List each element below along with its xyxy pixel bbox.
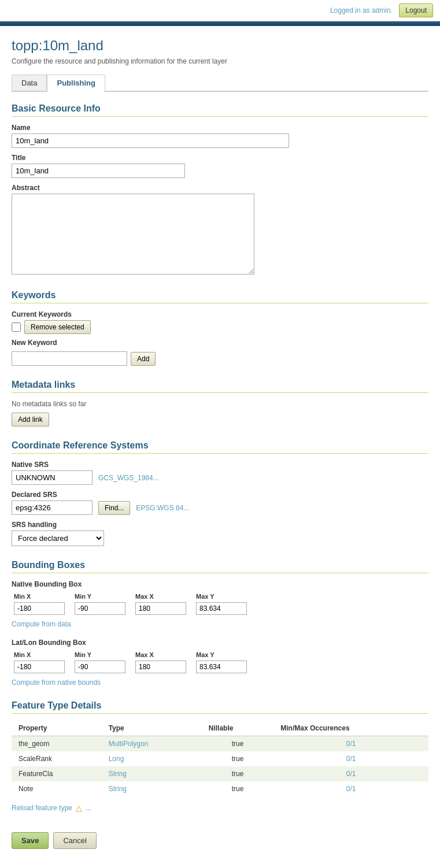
- latlon-max-y-input[interactable]: [196, 661, 247, 673]
- native-col-max-x: Max X: [133, 592, 194, 601]
- warning-icon: △: [76, 803, 82, 813]
- section-basic-resource-info: Basic Resource Info Name Title Abstract: [12, 103, 428, 276]
- declared-srs-input[interactable]: [12, 500, 93, 515]
- native-srs-label: Native SRS: [12, 461, 428, 469]
- reload-row: Reload feature type △ ...: [12, 803, 428, 813]
- type-cell: Long: [102, 751, 202, 766]
- title-label: Title: [12, 154, 428, 162]
- native-bbox-title: Native Bounding Box: [12, 580, 428, 588]
- find-srs-button[interactable]: Find...: [98, 501, 130, 515]
- native-max-y-input[interactable]: [196, 602, 247, 615]
- save-button[interactable]: Save: [12, 832, 49, 849]
- col-property: Property: [12, 721, 102, 736]
- title-input[interactable]: [12, 164, 185, 178]
- col-type: Type: [102, 721, 202, 736]
- declared-srs-label: Declared SRS: [12, 491, 428, 499]
- reload-feature-type-link[interactable]: Reload feature type: [12, 804, 72, 812]
- type-link[interactable]: String: [109, 785, 127, 793]
- keyword-checkbox[interactable]: [12, 322, 21, 332]
- native-min-y-input[interactable]: [75, 602, 125, 615]
- srs-handling-label: SRS handling: [12, 521, 428, 529]
- nillable-cell: true: [202, 736, 274, 752]
- native-min-x-input[interactable]: [14, 602, 65, 615]
- srs-handling-select[interactable]: Force declared Keep native Reproject nat…: [12, 531, 104, 546]
- name-input[interactable]: [12, 133, 289, 148]
- declared-srs-group: Declared SRS Find... EPSG:WGS 84...: [12, 491, 428, 515]
- feature-type-title: Feature Type Details: [12, 700, 428, 714]
- property-cell: ScaleRank: [12, 751, 102, 766]
- table-row: the_geom MultiPolygon true 0/1: [12, 736, 428, 752]
- declared-srs-link[interactable]: EPSG:WGS 84...: [136, 504, 189, 512]
- nillable-cell: true: [202, 751, 274, 766]
- name-field-group: Name: [12, 124, 428, 148]
- col-min-max: Min/Max Occurences: [273, 721, 428, 736]
- min-max-cell: 0/1: [273, 781, 428, 796]
- table-row: FeatureCla String true 0/1: [12, 766, 428, 781]
- latlon-max-x-input[interactable]: [135, 661, 186, 673]
- abstract-label: Abstract: [12, 184, 428, 192]
- tab-data[interactable]: Data: [12, 75, 47, 91]
- native-srs-input[interactable]: [12, 470, 93, 485]
- keyword-list: Remove selected: [12, 320, 428, 334]
- latlon-min-x-input[interactable]: [14, 661, 65, 673]
- type-cell: MultiPolygon: [102, 736, 202, 752]
- min-max-cell: 0/1: [273, 736, 428, 752]
- latlon-col-min-y: Min Y: [72, 650, 133, 659]
- native-col-min-x: Min X: [12, 592, 72, 601]
- latlon-col-max-y: Max Y: [194, 650, 254, 659]
- new-keyword-row: Add: [12, 351, 428, 366]
- type-link[interactable]: MultiPolygon: [109, 740, 149, 748]
- latlon-bbox-section: Lat/Lon Bounding Box Min X Min Y Max X M…: [12, 639, 428, 687]
- new-keyword-input[interactable]: [12, 351, 127, 366]
- property-cell: Note: [12, 781, 102, 796]
- basic-resource-info-title: Basic Resource Info: [12, 103, 428, 117]
- native-srs-link[interactable]: GCS_WGS_1984...: [98, 474, 159, 482]
- main-content: topp:10m_land Configure the resource and…: [0, 26, 440, 866]
- min-max-cell: 0/1: [273, 766, 428, 781]
- type-cell: String: [102, 766, 202, 781]
- latlon-col-max-x: Max X: [133, 650, 194, 659]
- declared-srs-row: Find... EPSG:WGS 84...: [12, 500, 428, 515]
- header-band: [0, 21, 440, 26]
- native-max-x-input[interactable]: [135, 602, 186, 615]
- section-keywords: Keywords Current Keywords Remove selecte…: [12, 290, 428, 366]
- latlon-bbox-title: Lat/Lon Bounding Box: [12, 639, 428, 647]
- name-label: Name: [12, 124, 428, 132]
- latlon-col-min-x: Min X: [12, 650, 72, 659]
- new-keyword-label: New Keyword: [12, 339, 428, 347]
- property-cell: FeatureCla: [12, 766, 102, 781]
- compute-from-data-link[interactable]: Compute from data: [12, 620, 71, 628]
- property-cell: the_geom: [12, 736, 102, 752]
- min-max-cell: 0/1: [273, 751, 428, 766]
- latlon-min-y-input[interactable]: [75, 661, 125, 673]
- no-metadata-text: No metadata links so far: [12, 400, 428, 408]
- bounding-boxes-title: Bounding Boxes: [12, 560, 428, 573]
- bottom-buttons: Save Cancel: [12, 826, 428, 855]
- type-link[interactable]: String: [109, 770, 127, 778]
- feature-type-table: Property Type Nillable Min/Max Occurence…: [12, 721, 428, 796]
- tab-publishing[interactable]: Publishing: [47, 75, 105, 92]
- nillable-cell: true: [202, 766, 274, 781]
- native-srs-row: GCS_WGS_1984...: [12, 470, 428, 485]
- cancel-button[interactable]: Cancel: [53, 832, 96, 849]
- add-keyword-button[interactable]: Add: [131, 352, 156, 366]
- table-row: Note String true 0/1: [12, 781, 428, 796]
- abstract-input[interactable]: [12, 194, 254, 275]
- logout-button[interactable]: Logout: [399, 3, 433, 17]
- keywords-title: Keywords: [12, 290, 428, 303]
- type-link[interactable]: Long: [109, 755, 124, 763]
- srs-handling-group: SRS handling Force declared Keep native …: [12, 521, 428, 546]
- logged-in-text: Logged in as admin.: [330, 6, 393, 14]
- remove-selected-button[interactable]: Remove selected: [24, 320, 91, 334]
- add-link-button[interactable]: Add link: [12, 413, 49, 426]
- native-bbox-table: Min X Min Y Max X Max Y: [12, 592, 254, 616]
- compute-from-native-link[interactable]: Compute from native bounds: [12, 678, 101, 687]
- section-bounding-boxes: Bounding Boxes Native Bounding Box Min X…: [12, 560, 428, 687]
- top-bar: Logged in as admin. Logout: [0, 0, 440, 21]
- section-metadata-links: Metadata links No metadata links so far …: [12, 380, 428, 426]
- title-field-group: Title: [12, 154, 428, 178]
- page-title: topp:10m_land: [12, 38, 428, 54]
- ellipsis-link[interactable]: ...: [86, 804, 91, 812]
- native-col-max-y: Max Y: [194, 592, 254, 601]
- nillable-cell: true: [202, 781, 274, 796]
